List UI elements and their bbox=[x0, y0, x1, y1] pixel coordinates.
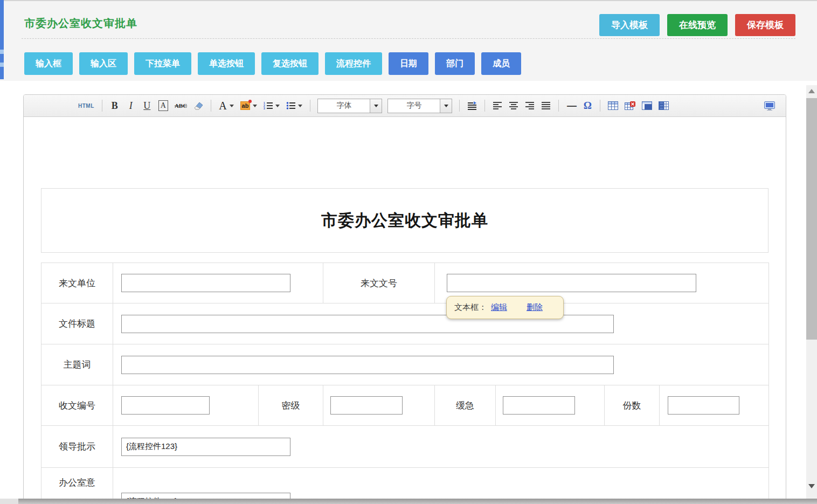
toolbar-separator bbox=[102, 100, 102, 112]
insert-radio-button[interactable]: 单选按钮 bbox=[198, 52, 255, 75]
italic-button[interactable]: I bbox=[126, 99, 136, 113]
vertical-scrollbar[interactable] bbox=[806, 85, 817, 499]
format-a-button[interactable]: A bbox=[158, 100, 168, 111]
split-cell-icon[interactable] bbox=[659, 99, 669, 113]
align-left-icon[interactable] bbox=[493, 99, 502, 113]
label-doc-title: 文件标题 bbox=[41, 303, 113, 344]
toolbar-separator bbox=[459, 100, 460, 112]
urgency-input[interactable] bbox=[503, 396, 575, 415]
chevron-down-icon bbox=[298, 105, 302, 107]
insert-table-icon[interactable] bbox=[608, 99, 618, 113]
receipt-number-input[interactable] bbox=[121, 396, 210, 415]
svg-text:3: 3 bbox=[264, 107, 265, 110]
font-family-select[interactable]: 字体 bbox=[317, 99, 382, 113]
label-copies: 份数 bbox=[605, 385, 660, 426]
table-prop-icon[interactable] bbox=[642, 99, 652, 113]
special-char-button[interactable]: Ω bbox=[583, 99, 592, 113]
strip-mark bbox=[0, 63, 4, 67]
table-row: 收文编号 密级 缓急 份数 bbox=[41, 385, 769, 426]
table-row: 来文单位 来文文号 bbox=[41, 263, 769, 303]
toolbar-separator bbox=[484, 100, 485, 112]
form-title-box: 市委办公室收文审批单 bbox=[41, 188, 768, 253]
save-template-button[interactable]: 保存模板 bbox=[735, 14, 795, 36]
import-template-button[interactable]: 导入模板 bbox=[599, 14, 660, 36]
cell-keywords bbox=[113, 344, 769, 385]
chevron-down-icon[interactable] bbox=[440, 99, 452, 113]
strikethrough-button[interactable]: ABC bbox=[175, 99, 187, 113]
cell-doc-title bbox=[113, 303, 769, 344]
widget-tooltip: 文本框： 编辑 删除 bbox=[446, 296, 564, 319]
delete-table-icon[interactable] bbox=[625, 99, 635, 113]
leader-comments-input[interactable] bbox=[121, 438, 290, 456]
align-center-icon[interactable] bbox=[509, 99, 518, 113]
tooltip-label: 文本框： bbox=[454, 302, 487, 313]
toolbar-separator bbox=[600, 100, 600, 112]
highlight-color-button[interactable]: ab bbox=[240, 99, 258, 113]
cell-copies bbox=[660, 385, 769, 426]
table-row: 文件标题 bbox=[41, 303, 769, 344]
copies-input[interactable] bbox=[668, 396, 739, 415]
doc-number-input[interactable] bbox=[447, 274, 696, 292]
chevron-down-icon[interactable] bbox=[370, 99, 382, 113]
chevron-down-icon bbox=[275, 105, 280, 107]
label-urgency: 缓急 bbox=[435, 385, 496, 426]
scrollbar-thumb[interactable] bbox=[806, 98, 817, 340]
rich-text-editor: HTML B I U A ABC A ab 1 bbox=[23, 94, 786, 504]
eraser-icon[interactable] bbox=[193, 99, 203, 113]
keywords-input[interactable] bbox=[121, 356, 614, 374]
field-button-row: 输入框 输入区 下拉菜单 单选按钮 复选按钮 流程控件 日期 部门 成员 bbox=[24, 52, 521, 75]
ordered-list-icon[interactable]: 1 2 3 bbox=[264, 99, 280, 113]
font-family-label: 字体 bbox=[318, 99, 370, 113]
cell-secrecy bbox=[323, 385, 435, 426]
approval-form-table: 来文单位 来文文号 文件标题 主题词 bbox=[41, 263, 769, 504]
label-doc-number: 来文文号 bbox=[323, 263, 435, 303]
horizontal-rule-button[interactable]: — bbox=[566, 99, 576, 113]
toolbar-separator bbox=[558, 100, 559, 112]
font-color-button[interactable]: A bbox=[219, 99, 233, 113]
align-justify-icon[interactable] bbox=[541, 99, 551, 113]
label-leader-comments: 领导批示 bbox=[41, 426, 113, 468]
label-secrecy: 密级 bbox=[259, 385, 323, 426]
bold-button[interactable]: B bbox=[110, 99, 120, 113]
table-row: 主题词 bbox=[41, 344, 769, 385]
scroll-up-icon[interactable] bbox=[806, 86, 817, 96]
dashed-divider bbox=[22, 38, 795, 39]
bottom-scrollbar-track[interactable] bbox=[0, 499, 817, 504]
underline-button[interactable]: U bbox=[142, 99, 152, 113]
header-actions: 导入模板 在线预览 保存模板 bbox=[599, 14, 795, 36]
chevron-down-icon bbox=[230, 105, 234, 107]
page: 市委办公室收文审批单 导入模板 在线预览 保存模板 输入框 输入区 下拉菜单 单… bbox=[0, 0, 817, 504]
insert-textarea-button[interactable]: 输入区 bbox=[79, 52, 128, 75]
online-preview-button[interactable]: 在线预览 bbox=[667, 14, 728, 36]
chevron-down-icon bbox=[253, 105, 257, 107]
cell-urgency bbox=[496, 385, 605, 426]
editor-content[interactable]: 市委办公室收文审批单 来文单位 来文文号 bbox=[24, 117, 786, 504]
insert-date-button[interactable]: 日期 bbox=[389, 52, 428, 75]
insert-department-button[interactable]: 部门 bbox=[435, 52, 475, 75]
toolbar-separator bbox=[211, 100, 211, 112]
font-size-label: 字号 bbox=[388, 99, 440, 113]
label-keywords: 主题词 bbox=[41, 344, 113, 385]
cell-source-unit bbox=[113, 263, 323, 303]
insert-member-button[interactable]: 成员 bbox=[481, 52, 521, 75]
fullscreen-icon[interactable] bbox=[764, 99, 775, 113]
delete-link[interactable]: 删除 bbox=[527, 302, 543, 313]
source-unit-input[interactable] bbox=[121, 274, 290, 292]
source-code-button[interactable]: HTML bbox=[78, 99, 94, 113]
insert-input-button[interactable]: 输入框 bbox=[24, 52, 73, 75]
label-receipt-number: 收文编号 bbox=[41, 385, 113, 426]
insert-flow-control-button[interactable]: 流程控件 bbox=[325, 52, 382, 75]
secrecy-input[interactable] bbox=[330, 396, 403, 415]
insert-dropdown-button[interactable]: 下拉菜单 bbox=[134, 52, 191, 75]
insert-checkbox-button[interactable]: 复选按钮 bbox=[261, 52, 319, 75]
unordered-list-icon[interactable] bbox=[286, 99, 302, 113]
font-size-select[interactable]: 字号 bbox=[387, 99, 452, 113]
header: 市委办公室收文审批单 导入模板 在线预览 保存模板 输入框 输入区 下拉菜单 单… bbox=[0, 0, 817, 81]
page-title: 市委办公室收文审批单 bbox=[24, 16, 137, 31]
indent-icon[interactable] bbox=[467, 99, 477, 113]
align-right-icon[interactable] bbox=[525, 99, 535, 113]
bottom-left-corner bbox=[0, 499, 18, 504]
cell-receipt-number bbox=[113, 385, 259, 426]
scroll-down-icon[interactable] bbox=[806, 481, 817, 491]
edit-link[interactable]: 编辑 bbox=[491, 302, 507, 313]
